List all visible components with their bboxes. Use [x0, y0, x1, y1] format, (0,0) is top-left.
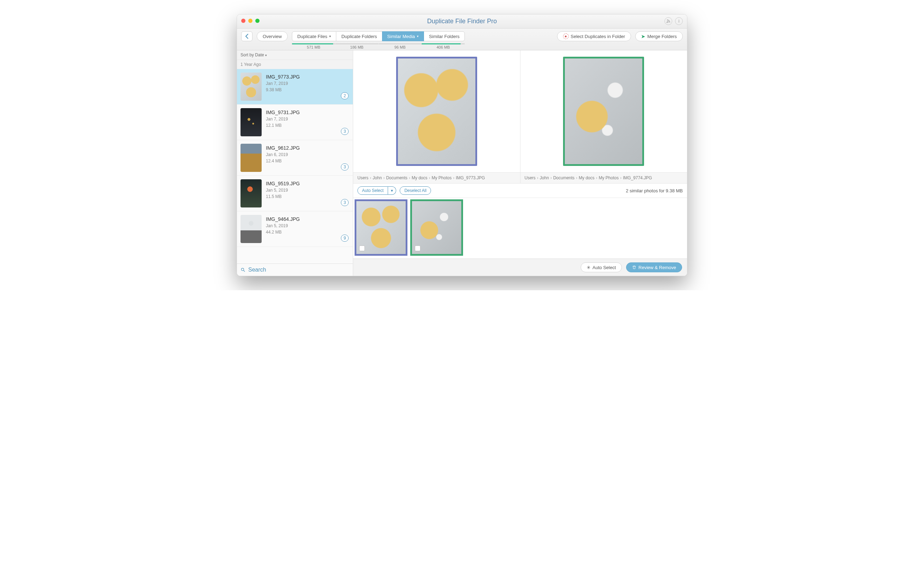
- auto-select-split: Auto Select ▾: [357, 186, 396, 195]
- tab-duplicate-folders[interactable]: Duplicate Folders: [336, 32, 382, 41]
- breadcrumb-segment[interactable]: IMG_9773.JPG: [456, 176, 485, 180]
- breadcrumb-segment[interactable]: My docs: [412, 176, 428, 180]
- breadcrumb-segment[interactable]: IMG_9774.JPG: [623, 176, 652, 180]
- window-controls: [241, 19, 260, 23]
- similar-summary: 2 similar photos for 9.38 MB: [626, 188, 683, 193]
- controls-row: Auto Select ▾ Deselect All 2 similar pho…: [353, 183, 687, 198]
- tab-similar-folders[interactable]: Similar Folders: [424, 32, 465, 41]
- thumbnails-row: [353, 198, 687, 258]
- chevron-right-icon: ›: [619, 176, 623, 180]
- tab-size-label: 406 MB: [436, 45, 450, 49]
- main: Users›John›Documents›My docs›My Photos›I…: [353, 50, 687, 276]
- breadcrumb-segment[interactable]: John: [540, 176, 549, 180]
- file-size: 44.2 MB: [266, 230, 300, 234]
- auto-select-dropdown[interactable]: ▾: [388, 186, 396, 195]
- list-item[interactable]: IMG_9612.JPGJan 6, 201912.4 MB3: [237, 140, 353, 176]
- preview-image-right[interactable]: [563, 57, 644, 166]
- sort-dropdown[interactable]: Sort by Date ▾: [237, 50, 353, 60]
- breadcrumb-segment[interactable]: John: [372, 176, 382, 180]
- list-thumbnail: [240, 215, 262, 243]
- count-badge: 3: [341, 128, 349, 135]
- close-icon[interactable]: [241, 19, 245, 23]
- file-name: IMG_9519.JPG: [266, 181, 300, 186]
- thumbnail-1[interactable]: [355, 199, 407, 256]
- review-remove-label: Review & Remove: [638, 265, 676, 270]
- tab-size-label: 186 MB: [350, 45, 363, 49]
- search-label: Search: [248, 267, 266, 273]
- chevron-right-icon: ›: [574, 176, 579, 180]
- chevron-right-icon: ›: [549, 176, 553, 180]
- breadcrumb-segment[interactable]: Documents: [553, 176, 574, 180]
- thumbnail-checkbox[interactable]: [415, 245, 420, 251]
- info-icon[interactable]: i: [675, 17, 683, 25]
- chevron-left-icon: [245, 34, 249, 39]
- review-remove-button[interactable]: Review & Remove: [626, 262, 682, 272]
- merge-folders-button[interactable]: ➤ Merge Folders: [635, 32, 683, 41]
- breadcrumb-right: Users›John›Documents›My docs›My Photos›I…: [520, 172, 687, 183]
- group-header: 1 Year Ago: [237, 60, 353, 69]
- file-size: 12.4 MB: [266, 159, 300, 164]
- file-date: Jan 6, 2019: [266, 152, 300, 157]
- chevron-right-icon: ›: [382, 176, 386, 180]
- sort-label: Sort by Date: [240, 53, 264, 57]
- deselect-all-button[interactable]: Deselect All: [400, 186, 431, 195]
- list-item[interactable]: IMG_9731.JPGJan 7, 201912.1 MB3: [237, 105, 353, 140]
- file-date: Jan 5, 2019: [266, 188, 300, 193]
- file-size: 11.5 MB: [266, 194, 300, 199]
- breadcrumb-segment[interactable]: Documents: [386, 176, 407, 180]
- chevron-down-icon: ▾: [417, 35, 418, 38]
- auto-select-button[interactable]: Auto Select: [357, 186, 388, 195]
- list-item[interactable]: IMG_9519.JPGJan 5, 201911.5 MB3: [237, 176, 353, 211]
- tab-size-label: 96 MB: [394, 45, 406, 49]
- select-duplicates-button[interactable]: Select Duplicates in Folder: [557, 32, 632, 41]
- tab-similar-media[interactable]: Similar Media▾: [382, 32, 424, 41]
- svg-point-0: [667, 22, 668, 23]
- maximize-icon[interactable]: [255, 19, 260, 23]
- back-button[interactable]: [241, 32, 252, 41]
- overview-button[interactable]: Overview: [257, 32, 288, 41]
- preview-image-left[interactable]: [396, 57, 477, 166]
- breadcrumb-segment[interactable]: My Photos: [432, 176, 452, 180]
- list-thumbnail: [240, 108, 262, 136]
- footer-auto-select-button[interactable]: ✳ Auto Select: [580, 262, 622, 272]
- breadcrumb-segment[interactable]: My Photos: [598, 176, 619, 180]
- thumbnail-2[interactable]: [410, 199, 463, 256]
- minimize-icon[interactable]: [248, 19, 252, 23]
- category-tabs: Duplicate Files▾Duplicate FoldersSimilar…: [292, 32, 465, 49]
- target-icon: [563, 33, 569, 39]
- tab-duplicate-files[interactable]: Duplicate Files▾: [292, 32, 336, 41]
- list-item[interactable]: IMG_9773.JPGJan 7, 20199.38 MB2: [237, 69, 353, 105]
- file-date: Jan 7, 2019: [266, 81, 300, 86]
- footer: ✳ Auto Select Review & Remove: [353, 258, 687, 276]
- preview-left: Users›John›Documents›My docs›My Photos›I…: [353, 50, 520, 183]
- chevron-down-icon: ▾: [329, 35, 331, 38]
- list-thumbnail: [240, 179, 262, 207]
- select-duplicates-label: Select Duplicates in Folder: [571, 34, 626, 39]
- file-date: Jan 5, 2019: [266, 223, 300, 228]
- svg-point-1: [241, 268, 244, 270]
- list-thumbnail: [240, 72, 262, 101]
- preview-row: Users›John›Documents›My docs›My Photos›I…: [353, 50, 687, 183]
- count-badge: 3: [341, 164, 349, 170]
- chevron-right-icon: ›: [536, 176, 540, 180]
- breadcrumb-left: Users›John›Documents›My docs›My Photos›I…: [353, 172, 520, 183]
- breadcrumb-segment[interactable]: Users: [525, 176, 536, 180]
- chevron-right-icon: ›: [407, 176, 412, 180]
- file-name: IMG_9612.JPG: [266, 145, 300, 151]
- list-item[interactable]: IMG_9464.JPGJan 5, 201944.2 MB9: [237, 211, 353, 247]
- preview-right: Users›John›Documents›My docs›My Photos›I…: [520, 50, 687, 183]
- body: Sort by Date ▾ 1 Year Ago IMG_9773.JPGJa…: [237, 50, 687, 276]
- footer-auto-select-label: Auto Select: [592, 265, 616, 270]
- search-row[interactable]: Search: [237, 263, 353, 276]
- file-name: IMG_9731.JPG: [266, 110, 300, 115]
- sidebar: Sort by Date ▾ 1 Year Ago IMG_9773.JPGJa…: [237, 50, 353, 276]
- count-badge: 9: [341, 234, 349, 242]
- breadcrumb-segment[interactable]: My docs: [579, 176, 595, 180]
- file-name: IMG_9773.JPG: [266, 74, 300, 80]
- chevron-right-icon: ›: [452, 176, 456, 180]
- merge-folders-label: Merge Folders: [647, 34, 677, 39]
- breadcrumb-segment[interactable]: Users: [357, 176, 368, 180]
- tab-size-label: 571 MB: [307, 45, 321, 49]
- thumbnail-checkbox[interactable]: [359, 245, 365, 251]
- rss-icon[interactable]: [664, 17, 672, 25]
